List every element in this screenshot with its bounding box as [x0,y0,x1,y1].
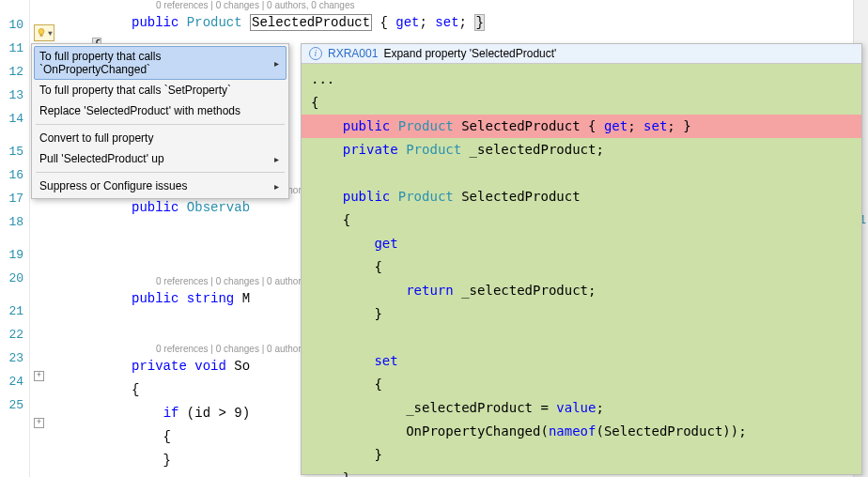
fold-toggle[interactable]: + [34,418,44,428]
preview-line: public Product SelectedProduct { get; se… [302,115,861,138]
preview-line [302,162,861,185]
preview-line: ... [302,68,861,91]
menu-item-label: Pull 'SelectedProduct' up [39,152,164,165]
info-icon: i [309,47,322,60]
menu-item[interactable]: Pull 'SelectedProduct' up▸ [34,148,287,169]
preview-line: { [302,373,861,396]
preview-line: _selectedProduct = value; [302,396,861,420]
line-number: 11 [0,37,23,60]
svg-point-0 [39,29,44,35]
menu-item[interactable]: Convert to full property [34,128,287,148]
lightbulb-quickfix[interactable]: ▼ [34,24,54,41]
menu-item-label: Convert to full property [39,131,153,145]
preview-line: { [302,91,861,115]
lightbulb-icon [36,27,47,38]
submenu-arrow-icon: ▸ [274,154,279,164]
menu-item-label: To full property that calls `OnPropertyC… [39,50,274,76]
preview-line [302,326,861,349]
chevron-down-icon: ▼ [48,29,53,38]
svg-rect-1 [40,35,43,37]
preview-line: return _selectedProduct; [302,279,861,302]
line-number: 13 [0,84,23,107]
menu-item[interactable]: To full property that calls `OnPropertyC… [34,46,287,80]
line-number: 25 [0,393,23,417]
line-number: 19 [0,243,23,267]
diagnostic-title: Expand property 'SelectedProduct' [383,47,556,60]
diagnostic-code: RXRA001 [328,47,378,60]
menu-item-label: To full property that calls `SetProperty… [39,84,231,97]
line-number: 21 [0,300,23,323]
menu-item[interactable]: Suppress or Configure issues▸ [34,176,287,196]
preview-line: { [302,255,861,279]
line-number: 20 [0,267,23,290]
line-number: 17 [0,187,23,210]
line-number [0,290,23,300]
menu-item-label: Replace 'SelectedProduct' with methods [39,104,240,117]
fold-toggle[interactable]: + [34,371,44,381]
line-number: 14 [0,107,23,131]
codelens[interactable]: 0 references | 0 changes | 0 authors, 0 … [53,0,868,11]
line-number: 15 [0,140,23,163]
preview-line: public Product SelectedProduct [302,185,861,208]
line-number: 10 [0,13,23,37]
code-line[interactable]: public Product SelectedProduct { get; se… [53,11,868,35]
preview-line: { [302,208,861,232]
menu-item[interactable]: Replace 'SelectedProduct' with methods [34,100,287,121]
refactor-preview-panel: i RXRA001 Expand property 'SelectedProdu… [301,43,862,475]
submenu-arrow-icon: ▸ [274,58,279,69]
menu-item[interactable]: To full property that calls `SetProperty… [34,80,287,100]
preview-line: private Product _selectedProduct; [302,138,861,162]
quickfix-menu: To full property that calls `OnPropertyC… [31,43,289,199]
submenu-arrow-icon: ▸ [274,181,279,192]
line-number: 16 [0,163,23,187]
line-number-gutter: 10111213141516171819202122232425 [0,0,30,477]
line-number [0,234,23,243]
line-number: 24 [0,370,23,393]
line-number [0,131,23,140]
line-number: 18 [0,210,23,234]
preview-line: OnPropertyChanged(nameof(SelectedProduct… [302,420,861,443]
preview-header: i RXRA001 Expand property 'SelectedProdu… [302,44,861,64]
preview-line: } [302,302,861,326]
line-number: 22 [0,323,23,346]
menu-item-label: Suppress or Configure issues [39,179,187,192]
preview-line: } [302,443,861,467]
preview-line: } [302,467,861,477]
line-number: 23 [0,346,23,370]
preview-line: get [302,232,861,255]
line-number: 12 [0,60,23,84]
preview-body: ...{ public Product SelectedProduct { ge… [302,64,861,477]
preview-line: set [302,349,861,373]
